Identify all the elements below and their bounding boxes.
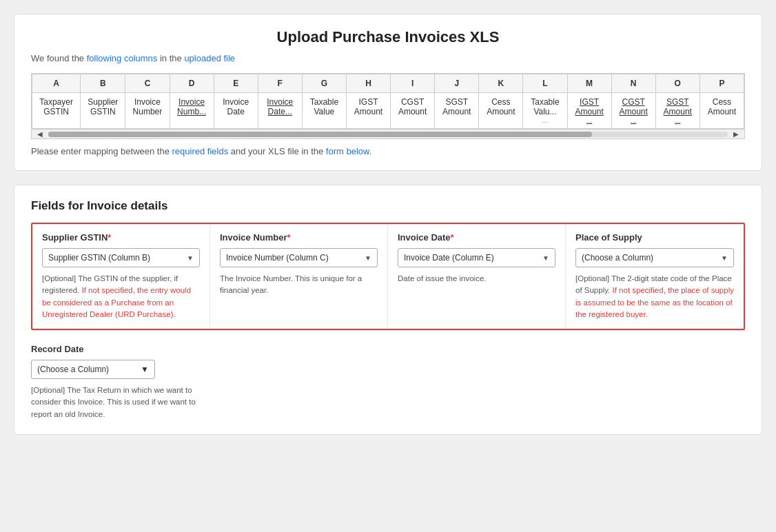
field-label-1: Invoice Number* <box>220 232 378 243</box>
mapping-highlight1: required fields <box>172 146 229 156</box>
table-col-header-N: N <box>611 74 655 93</box>
table-col-header-C: C <box>125 74 170 93</box>
table-col-data-F: InvoiceDate... <box>258 93 302 129</box>
table-col-data-K: CessAmount <box>479 93 523 129</box>
field-label-2: Invoice Date* <box>398 232 555 243</box>
table-col-header-P: P <box>700 74 744 93</box>
field-select-1[interactable]: Invoice Number (Column C)▼ <box>220 248 378 267</box>
info-mid: in the <box>160 53 184 63</box>
record-date-select[interactable]: (Choose a Column) ▼ <box>31 360 155 379</box>
field-desc-1: The Invoice Number. This is unique for a… <box>220 273 378 297</box>
top-card: Upload Purchase Invoices XLS We found th… <box>14 14 762 171</box>
table-col-data-C: InvoiceNumber <box>125 93 170 129</box>
table-col-header-D: D <box>170 74 214 93</box>
field-select-arrow-1: ▼ <box>365 254 371 262</box>
mapping-note: Please enter mapping between the require… <box>31 146 745 156</box>
field-select-2[interactable]: Invoice Date (Column E)▼ <box>398 248 555 267</box>
field-select-value-3: (Choose a Column) <box>582 253 653 263</box>
field-col-3: Place of Supply(Choose a Column)▼[Option… <box>566 224 744 329</box>
field-select-arrow-0: ▼ <box>187 254 194 262</box>
field-col-1: Invoice Number*Invoice Number (Column C)… <box>210 224 388 329</box>
required-marker-1: * <box>287 232 291 243</box>
field-select-value-0: Supplier GSTIN (Column B) <box>48 253 150 263</box>
info-highlight1: following columns <box>87 53 158 63</box>
field-desc-3: [Optional] The 2-digit state code of the… <box>575 273 734 320</box>
table-col-data-A: TaxpayerGSTIN <box>32 93 81 129</box>
scroll-thumb <box>48 132 592 137</box>
page-title: Upload Purchase Invoices XLS <box>31 28 745 46</box>
required-marker-2: * <box>451 232 454 243</box>
table-col-data-N: CGSTAmount... <box>611 93 655 129</box>
table-col-data-O: SGSTAmount... <box>655 93 700 129</box>
table-col-header-J: J <box>435 74 479 93</box>
field-desc-2: Date of issue the invoice. <box>398 273 555 285</box>
fields-grid: Supplier GSTIN*Supplier GSTIN (Column B)… <box>31 223 745 330</box>
scroll-right-arrow[interactable]: ▶ <box>731 130 742 138</box>
mapping-highlight2: form below <box>326 146 369 156</box>
info-prefix: We found the <box>31 53 87 63</box>
field-select-3[interactable]: (Choose a Column)▼ <box>575 248 734 267</box>
table-col-data-P: CessAmount <box>700 93 744 129</box>
table-data-row: TaxpayerGSTINSupplierGSTINInvoiceNumberI… <box>32 93 744 129</box>
page-container: Upload Purchase Invoices XLS We found th… <box>14 14 762 435</box>
scroll-track <box>48 132 728 137</box>
field-label-0: Supplier GSTIN* <box>42 232 200 243</box>
field-select-0[interactable]: Supplier GSTIN (Column B)▼ <box>42 248 200 267</box>
table-col-header-O: O <box>655 74 700 93</box>
table-col-header-H: H <box>346 74 390 93</box>
table-col-header-A: A <box>32 74 81 93</box>
field-select-value-2: Invoice Date (Column E) <box>404 253 494 263</box>
table-col-header-E: E <box>214 74 258 93</box>
field-col-2: Invoice Date*Invoice Date (Column E)▼Dat… <box>388 224 566 329</box>
table-col-header-G: G <box>302 74 346 93</box>
field-col-0: Supplier GSTIN*Supplier GSTIN (Column B)… <box>32 224 210 329</box>
table-col-header-L: L <box>523 74 567 93</box>
field-select-arrow-3: ▼ <box>721 254 728 262</box>
table-col-data-H: IGSTAmount <box>346 93 390 129</box>
table-col-data-E: InvoiceDate <box>214 93 258 129</box>
section-title: Fields for Invoice details <box>31 199 745 213</box>
table-col-data-L: TaxableValu...... <box>523 93 567 129</box>
field-select-value-1: Invoice Number (Column C) <box>226 253 329 263</box>
table-col-header-B: B <box>81 74 125 93</box>
table-header-row: ABCDEFGHIJKLMNOP <box>32 74 744 93</box>
field-desc-0: [Optional] The GSTIN of the supplier, if… <box>42 273 200 320</box>
info-line: We found the following columns in the up… <box>31 53 745 63</box>
required-marker-0: * <box>108 232 111 243</box>
info-highlight2: uploaded file <box>184 53 235 63</box>
scrollbar[interactable]: ◀ ▶ <box>32 129 744 139</box>
record-date-label: Record Date <box>31 344 745 354</box>
table-col-header-F: F <box>258 74 302 93</box>
table-col-header-M: M <box>567 74 611 93</box>
record-section: Record Date (Choose a Column) ▼ [Optiona… <box>31 344 745 420</box>
table-col-header-I: I <box>391 74 435 93</box>
xls-table: ABCDEFGHIJKLMNOP TaxpayerGSTINSupplierGS… <box>32 74 744 129</box>
record-date-desc: [Optional] The Tax Return in which we wa… <box>31 385 210 420</box>
scroll-left-arrow[interactable]: ◀ <box>34 130 45 138</box>
table-col-data-I: CGSTAmount <box>391 93 435 129</box>
table-col-header-K: K <box>479 74 523 93</box>
table-col-data-M: IGSTAmount... <box>567 93 611 129</box>
table-col-data-D: InvoiceNumb... <box>170 93 214 129</box>
record-date-arrow: ▼ <box>141 365 149 374</box>
bottom-card: Fields for Invoice details Supplier GSTI… <box>14 185 762 435</box>
table-col-data-G: TaxableValue <box>302 93 346 129</box>
table-col-data-B: SupplierGSTIN <box>81 93 125 129</box>
field-label-3: Place of Supply <box>575 232 734 243</box>
table-col-data-J: SGSTAmount <box>435 93 479 129</box>
record-date-value: (Choose a Column) <box>37 365 109 374</box>
field-select-arrow-2: ▼ <box>542 254 549 262</box>
xls-table-wrapper: ABCDEFGHIJKLMNOP TaxpayerGSTINSupplierGS… <box>31 73 745 139</box>
